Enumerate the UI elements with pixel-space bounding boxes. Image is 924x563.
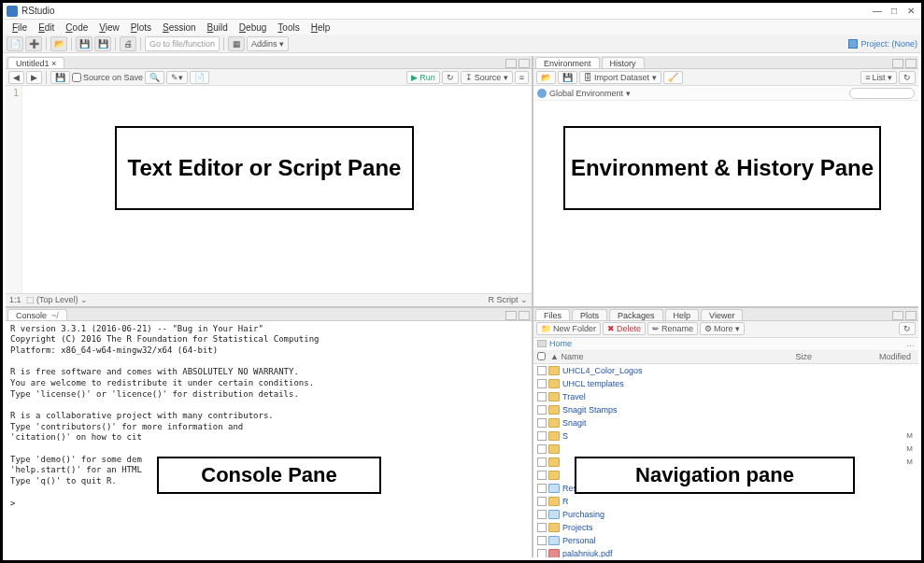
env-clear-button[interactable]: 🧹 <box>663 71 683 84</box>
menu-tools[interactable]: Tools <box>272 22 305 33</box>
file-name[interactable]: UHCL4_Color_Logos <box>562 366 756 375</box>
new-file-button[interactable]: 📄 <box>7 36 23 51</box>
file-name[interactable]: UHCL templates <box>562 379 756 388</box>
env-save-button[interactable]: 💾 <box>558 71 577 84</box>
file-checkbox[interactable] <box>537 484 547 493</box>
file-name[interactable]: R <box>562 497 756 506</box>
open-file-button[interactable]: 📂 <box>50 36 67 51</box>
file-name[interactable]: Projects <box>562 523 756 532</box>
menu-debug[interactable]: Debug <box>234 22 272 33</box>
file-checkbox[interactable] <box>537 418 547 428</box>
source-button[interactable]: ↧ Source ▾ <box>461 71 513 84</box>
source-maximize-icon[interactable] <box>519 59 530 68</box>
file-name[interactable]: palahniuk.pdf <box>562 549 756 558</box>
project-menu[interactable]: Project: (None) <box>848 39 917 49</box>
source-wand-button[interactable]: ✎▾ <box>166 71 188 84</box>
file-checkbox[interactable] <box>537 431 547 441</box>
source-on-save-checkbox[interactable]: Source on Save <box>72 73 143 82</box>
env-search-input[interactable] <box>849 88 915 99</box>
source-minimize-icon[interactable] <box>505 59 517 68</box>
close-button[interactable]: ✕ <box>904 6 917 16</box>
grid-view-button[interactable]: ▦ <box>228 36 245 51</box>
import-dataset-button[interactable]: 🗄 Import Dataset ▾ <box>579 71 661 84</box>
environment-scope-dropdown[interactable]: Global Environment ▾ <box>549 89 631 98</box>
source-tab-untitled1[interactable]: Untitled1 × <box>7 57 64 68</box>
console-output[interactable]: R version 3.3.1 (2016-06-21) -- "Bug in … <box>6 321 532 558</box>
rerun-button[interactable]: ↻ <box>442 71 459 84</box>
minimize-button[interactable]: — <box>871 6 884 16</box>
run-button[interactable]: ▶ Run <box>406 71 440 84</box>
file-checkbox[interactable] <box>537 366 547 375</box>
file-name[interactable]: Snagit <box>562 418 756 428</box>
file-name[interactable]: S <box>562 431 756 441</box>
env-load-button[interactable]: 📂 <box>536 71 556 84</box>
source-forward-button[interactable]: ▶ <box>26 71 42 84</box>
menu-help[interactable]: Help <box>306 22 336 33</box>
console-maximize-icon[interactable] <box>519 311 530 320</box>
tab-plots[interactable]: Plots <box>572 309 607 320</box>
file-name[interactable]: Travel <box>562 392 756 401</box>
tab-viewer[interactable]: Viewer <box>701 309 743 320</box>
menu-file[interactable]: File <box>7 22 33 33</box>
col-modified[interactable]: Modified <box>812 352 915 361</box>
select-all-checkbox[interactable] <box>537 352 546 360</box>
env-view-list-button[interactable]: ≡ List ▾ <box>860 71 897 84</box>
source-outline-button[interactable]: ≡ <box>515 71 529 84</box>
source-back-button[interactable]: ◀ <box>8 71 24 84</box>
goto-file-function-input[interactable]: Go to file/function <box>145 36 220 51</box>
menu-build[interactable]: Build <box>202 22 234 33</box>
source-find-button[interactable]: 🔍 <box>145 71 164 84</box>
tab-packages[interactable]: Packages <box>609 309 663 320</box>
maximize-button[interactable]: □ <box>888 6 901 16</box>
files-maximize-icon[interactable] <box>905 311 917 320</box>
more-button[interactable]: ⚙ More ▾ <box>700 322 745 335</box>
console-minimize-icon[interactable] <box>505 311 517 320</box>
file-checkbox[interactable] <box>537 405 547 415</box>
new-folder-button[interactable]: 📁 New Folder <box>536 322 601 335</box>
delete-button[interactable]: ✖ Delete <box>603 322 646 335</box>
file-checkbox[interactable] <box>537 457 547 467</box>
col-name[interactable]: ▲ Name <box>550 352 756 361</box>
tab-help[interactable]: Help <box>665 309 700 320</box>
files-refresh-button[interactable]: ↻ <box>899 322 916 335</box>
tab-files[interactable]: Files <box>535 309 570 320</box>
save-button[interactable]: 💾 <box>76 36 92 51</box>
env-refresh-button[interactable]: ↻ <box>899 71 916 84</box>
tab-history[interactable]: History <box>602 57 645 68</box>
print-button[interactable]: 🖨 <box>120 36 136 51</box>
rename-button[interactable]: ✏ Rename <box>647 322 698 335</box>
menu-plots[interactable]: Plots <box>125 22 157 33</box>
env-maximize-icon[interactable] <box>905 59 917 68</box>
file-checkbox[interactable] <box>537 549 547 558</box>
file-name[interactable]: Snagit Stamps <box>562 405 756 415</box>
file-name[interactable]: Purchasing <box>562 510 756 519</box>
breadcrumb-home[interactable]: Home <box>549 339 572 348</box>
file-checkbox[interactable] <box>537 392 547 401</box>
scope-indicator[interactable]: ⬚ (Top Level) ⌄ <box>26 295 89 304</box>
tab-environment[interactable]: Environment <box>535 57 600 68</box>
file-checkbox[interactable] <box>537 523 547 532</box>
menu-view[interactable]: View <box>93 22 125 33</box>
file-checkbox[interactable] <box>537 536 547 545</box>
files-minimize-icon[interactable] <box>892 311 903 320</box>
file-type-indicator[interactable]: R Script ⌄ <box>488 295 528 304</box>
menu-code[interactable]: Code <box>60 22 93 33</box>
menu-session[interactable]: Session <box>157 22 202 33</box>
menu-edit[interactable]: Edit <box>33 22 60 33</box>
file-checkbox[interactable] <box>537 510 547 519</box>
save-all-button[interactable]: 💾 <box>94 36 111 51</box>
addins-dropdown[interactable]: Addins ▾ <box>247 36 289 51</box>
file-checkbox[interactable] <box>537 379 547 388</box>
path-more-icon[interactable]: … <box>906 339 915 348</box>
file-checkbox[interactable] <box>537 497 547 506</box>
col-size[interactable]: Size <box>756 352 812 361</box>
tab-console[interactable]: Console ~/ <box>7 309 67 320</box>
file-checkbox[interactable] <box>537 444 547 454</box>
env-minimize-icon[interactable] <box>892 59 903 68</box>
file-name[interactable]: Personal <box>562 536 756 545</box>
file-checkbox[interactable] <box>537 471 547 480</box>
new-project-button[interactable]: ➕ <box>25 36 42 51</box>
home-icon[interactable] <box>537 340 547 347</box>
source-save-button[interactable]: 💾 <box>50 71 70 84</box>
source-report-button[interactable]: 📄 <box>190 71 209 84</box>
